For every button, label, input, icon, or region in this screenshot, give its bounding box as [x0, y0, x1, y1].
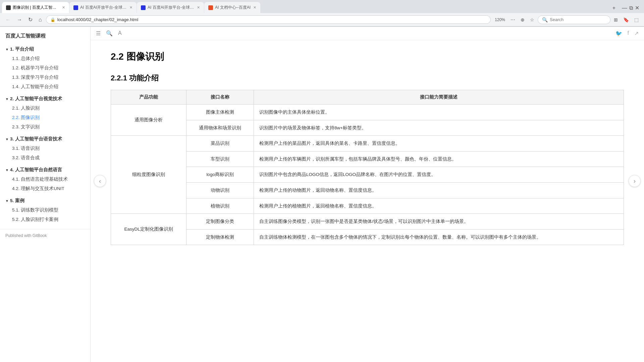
url-input[interactable] [57, 17, 487, 22]
cell-feature: 细粒度图像识别 [111, 136, 186, 214]
sidebar-item-s5_1[interactable]: 5.1. 训练数字识别模型 [7, 205, 90, 215]
browser-tab-tab3[interactable]: AI 百度AI开放平台-全球领先的人工智能... ✕ [137, 2, 204, 13]
sidebar-item-s3_1[interactable]: 3.1. 语音识别 [7, 144, 90, 153]
pocket-button[interactable]: ⊕ [519, 16, 527, 24]
table-row: 通用图像分析图像主体检测识别图像中的主体具体坐标位置。 [111, 105, 624, 120]
tab-favicon [6, 5, 11, 10]
sidebar-section-s5[interactable]: ▼5. 案例 [0, 196, 90, 205]
cell-description: 自主训练物体检测模型，在一张图包含多个物体的情况下，定制识别出每个物体的位置、数… [254, 229, 624, 245]
tab-bar: 图像识别 | 百度人工智能课程 ✕ AI 百度AI开放平台-全球领先的人工智能.… [0, 0, 644, 13]
col-header-description: 接口能力简要描述 [254, 90, 624, 105]
navigation-toolbar: ← → ↻ ⌂ 🔒 120% ⋯ ⊕ ☆ 🔍 ⊞ 🔖 ⬚ [0, 13, 644, 26]
sidebar-item-s3_2[interactable]: 3.2. 语音合成 [7, 153, 90, 163]
sidebar-item-s1_2[interactable]: 1.2. 机器学习平台介绍 [7, 63, 90, 73]
sidebar-sections: ▼1. 平台介绍1.1. 总体介绍1.2. 机器学习平台介绍1.3. 深度学习平… [0, 43, 90, 226]
search-icon: 🔍 [542, 17, 548, 22]
facebook-icon[interactable]: f [628, 30, 629, 37]
minimize-button[interactable]: — [622, 5, 627, 11]
table-header: 产品功能 接口名称 接口能力简要描述 [111, 90, 624, 105]
cell-feature: EasyDL定制化图像识别 [111, 214, 186, 245]
hamburger-icon[interactable]: ☰ [96, 30, 101, 37]
tab-title: 图像识别 | 百度人工智能课程 [13, 5, 59, 10]
cell-description: 识别图片中包含的商品LOGO信息，返回LOGO品牌名称、在图片中的位置、置信度。 [254, 167, 624, 183]
browser-tab-tab4[interactable]: AI 文档中心--百度AI ✕ [204, 2, 260, 13]
tab-title: AI 文档中心--百度AI [215, 5, 251, 10]
sidebar-section-s4[interactable]: ▼4. 人工智能平台自然语言 [0, 165, 90, 175]
sidebar-item-s1_4[interactable]: 1.4. 人工智能平台介绍 [7, 82, 90, 92]
sidebar-item-s2_1[interactable]: 2.1. 人脸识别 [7, 104, 90, 113]
twitter-icon[interactable]: 🐦 [615, 30, 622, 37]
table-row: 定制物体检测自主训练物体检测模型，在一张图包含多个物体的情况下，定制识别出每个物… [111, 229, 624, 245]
sidebar-item-s4_1[interactable]: 4.1. 自然语言处理基础技术 [7, 175, 90, 184]
sidebar: 百度人工智能课程 ▼1. 平台介绍1.1. 总体介绍1.2. 机器学习平台介绍1… [0, 27, 91, 362]
cell-interface: 定制图像分类 [186, 214, 254, 230]
browser-chrome: 图像识别 | 百度人工智能课程 ✕ AI 百度AI开放平台-全球领先的人工智能.… [0, 0, 644, 27]
sidebar-section-s2[interactable]: ▼2. 人工智能平台视觉技术 [0, 94, 90, 104]
next-page-button[interactable]: › [629, 175, 641, 187]
table-row: 植物识别检测用户上传的植物图片，返回植物名称、置信度信息。 [111, 198, 624, 214]
zoom-level[interactable]: 120% [493, 17, 507, 23]
table-row: 动物识别检测用户上传的动物图片，返回动物名称、置信度信息。 [111, 182, 624, 198]
content-toolbar-left: ☰ 🔍 A [96, 30, 122, 37]
sidebar-item-s4_2[interactable]: 4.2. 理解与交互技术UNIT [7, 184, 90, 193]
tab-close-button[interactable]: ✕ [197, 5, 200, 10]
tab-close-button[interactable]: ✕ [253, 5, 256, 10]
restore-button[interactable]: ⧉ [629, 5, 633, 11]
tab-close-button[interactable]: ✕ [129, 5, 132, 10]
sidebar-item-s1_3[interactable]: 1.3. 深度学习平台介绍 [7, 73, 90, 82]
forward-button[interactable]: → [15, 15, 24, 24]
new-tab-button[interactable]: + [609, 3, 619, 13]
prev-page-button[interactable]: ‹ [94, 175, 106, 187]
browser-tab-tab1[interactable]: 图像识别 | 百度人工智能课程 ✕ [2, 2, 69, 13]
cell-feature: 通用图像分析 [111, 105, 186, 136]
tab-close-button[interactable]: ✕ [62, 5, 65, 10]
cell-interface: 植物识别 [186, 198, 254, 214]
more-options-button[interactable]: ⋯ [508, 16, 517, 24]
sidebar-section-s1[interactable]: ▼1. 平台介绍 [0, 45, 90, 54]
cell-interface: 图像主体检测 [186, 105, 254, 120]
home-button[interactable]: ⌂ [37, 15, 44, 24]
app-layout: 百度人工智能课程 ▼1. 平台介绍1.1. 总体介绍1.2. 机器学习平台介绍1… [0, 27, 644, 362]
cell-description: 识别图像中的主体具体坐标位置。 [254, 105, 624, 120]
cell-interface: 车型识别 [186, 151, 254, 167]
col-header-feature: 产品功能 [111, 90, 186, 105]
back-button[interactable]: ← [3, 15, 13, 24]
cell-interface: 动物识别 [186, 182, 254, 198]
section-arrow: ▼ [5, 168, 9, 172]
content-toolbar: ☰ 🔍 A 🐦 f ↗ [91, 27, 644, 40]
table-row: logo商标识别识别图片中包含的商品LOGO信息，返回LOGO品牌名称、在图片中… [111, 167, 624, 183]
section-title: 2.2.1 功能介绍 [111, 73, 624, 83]
sidebar-item-s2_3[interactable]: 2.3. 文字识别 [7, 122, 90, 132]
cell-interface: 定制物体检测 [186, 229, 254, 245]
sidebar-section-s3[interactable]: ▼3. 人工智能平台语音技术 [0, 134, 90, 144]
font-icon[interactable]: A [118, 30, 122, 37]
tab-favicon [141, 5, 146, 10]
cell-interface: 菜品识别 [186, 136, 254, 152]
container-button[interactable]: ⬚ [632, 16, 641, 24]
search-input[interactable] [550, 17, 606, 22]
share-icon[interactable]: ↗ [634, 30, 639, 37]
search-box: 🔍 [538, 15, 610, 24]
sidebar-toggle-button[interactable]: ⊞ [612, 16, 620, 24]
cell-description: 检测用户上传的植物图片，返回植物名称、置信度信息。 [254, 198, 624, 214]
search-content-icon[interactable]: 🔍 [106, 30, 113, 37]
sidebar-item-s1_1[interactable]: 1.1. 总体介绍 [7, 54, 90, 63]
section-arrow: ▼ [5, 199, 9, 203]
sidebar-item-s5_2[interactable]: 5.2. 人脸识别打卡案例 [7, 215, 90, 224]
tab-favicon [208, 5, 213, 10]
table-row: 细粒度图像识别菜品识别检测用户上传的菜品图片，返回具体的菜名、卡路里、置信度信息… [111, 136, 624, 152]
table-row: 通用物体和场景识别识别图片中的场景及物体标签，支持8w+标签类型。 [111, 120, 624, 136]
tab-title: AI 百度AI开放平台-全球领先的人工智能... [148, 5, 194, 10]
section-arrow: ▼ [5, 48, 9, 51]
sidebar-item-s2_2[interactable]: 2.2. 图像识别 [7, 113, 90, 122]
close-window-button[interactable]: ✕ [635, 5, 639, 11]
reload-button[interactable]: ↻ [26, 15, 35, 24]
browser-tab-tab2[interactable]: AI 百度AI开放平台-全球领先的人工智能... ✕ [69, 2, 137, 13]
sidebar-title: 百度人工智能课程 [0, 30, 90, 43]
lock-icon: 🔒 [50, 17, 55, 22]
cell-interface: logo商标识别 [186, 167, 254, 183]
section-arrow: ▼ [5, 97, 9, 101]
bookmark-button[interactable]: ☆ [528, 16, 536, 24]
reader-mode-button[interactable]: 🔖 [621, 16, 631, 24]
published-footer: Published with GitBook [0, 229, 90, 242]
